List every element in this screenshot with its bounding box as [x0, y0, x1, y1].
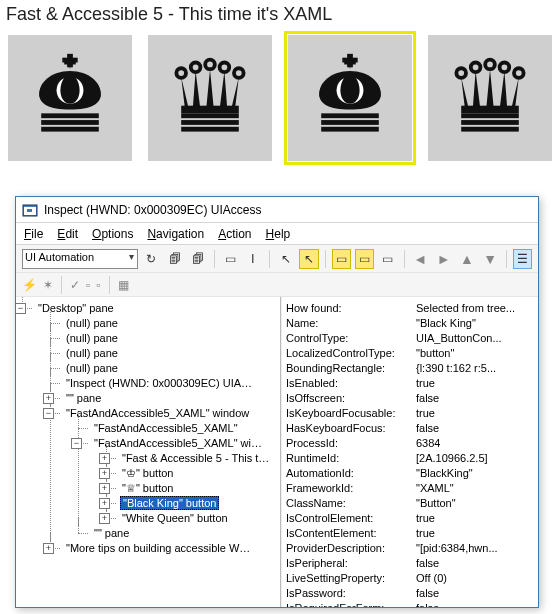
property-row[interactable]: RuntimeId:[2A.10966.2.5] — [286, 451, 534, 466]
svg-rect-16 — [27, 209, 32, 212]
white-king-button[interactable] — [8, 35, 132, 161]
property-row[interactable]: IsKeyboardFocusable:true — [286, 406, 534, 421]
property-row[interactable]: ClassName:"Button" — [286, 496, 534, 511]
tree-app-title-node[interactable]: "Fast & Accessible 5 - This t… — [120, 452, 271, 464]
tree-pane[interactable]: −"Desktop" pane (null) pane (null) pane … — [16, 297, 281, 607]
expand-icon[interactable]: + — [99, 498, 110, 509]
tree-more-tips[interactable]: "More tips on building accessible W… — [64, 542, 252, 554]
inspect-app-icon — [22, 202, 38, 218]
expand-icon[interactable]: + — [99, 468, 110, 479]
mode-combo[interactable]: UI Automation — [22, 249, 138, 269]
inspect-window: Inspect (HWND: 0x000309EC) UIAccess File… — [15, 196, 539, 608]
menu-action[interactable]: Action — [218, 227, 251, 241]
tree-app-window2[interactable]: "FastAndAccessible5_XAML" wi… — [92, 437, 264, 449]
black-queen-button[interactable] — [428, 35, 552, 161]
check-icon[interactable]: ✓ — [70, 278, 80, 292]
copy-icon[interactable]: 🗐 — [165, 249, 184, 269]
cursor-icon[interactable]: ↖ — [276, 249, 295, 269]
rect-icon[interactable]: ▭ — [221, 249, 240, 269]
expand-icon[interactable]: + — [99, 453, 110, 464]
property-key: IsOffscreen: — [286, 391, 416, 406]
expand-icon[interactable]: + — [99, 513, 110, 524]
nav-right-icon[interactable]: ► — [434, 249, 453, 269]
tree-white-queen-node[interactable]: "White Queen" button — [120, 512, 230, 524]
properties-pane[interactable]: How found:Selected from tree...Name:"Bla… — [281, 297, 538, 607]
toolbar-secondary: ⚡ ✶ ✓ ▫ ▫ ▦ — [16, 273, 538, 297]
cursor-watch-icon[interactable]: ↖ — [299, 249, 318, 269]
property-row[interactable]: IsPassword:false — [286, 586, 534, 601]
titlebar[interactable]: Inspect (HWND: 0x000309EC) UIAccess — [16, 197, 538, 223]
tree-desktop[interactable]: "Desktop" pane — [36, 302, 116, 314]
copy-tree-icon[interactable]: 🗐 — [188, 249, 207, 269]
titlebar-text: Inspect (HWND: 0x000309EC) UIAccess — [44, 203, 261, 217]
property-row[interactable]: HasKeyboardFocus:false — [286, 421, 534, 436]
property-row[interactable]: LiveSettingProperty:Off (0) — [286, 571, 534, 586]
nav-left-icon[interactable]: ◄ — [411, 249, 430, 269]
grid-icon[interactable]: ▦ — [118, 278, 129, 292]
tree-null-pane[interactable]: (null) pane — [64, 317, 120, 329]
property-row[interactable]: IsContentElement:true — [286, 526, 534, 541]
menu-edit[interactable]: Edit — [57, 227, 78, 241]
property-key: IsContentElement: — [286, 526, 416, 541]
box1-icon[interactable]: ▫ — [86, 278, 90, 292]
tree-white-king-btn[interactable]: "♔" button — [120, 467, 175, 479]
property-key: RuntimeId: — [286, 451, 416, 466]
flash-icon[interactable]: ⚡ — [22, 278, 37, 292]
tree-mode-icon[interactable]: ☰ — [513, 249, 532, 269]
property-row[interactable]: IsEnabled:true — [286, 376, 534, 391]
collapse-icon[interactable]: − — [71, 438, 82, 449]
property-row[interactable]: AutomationId:"BlackKing" — [286, 466, 534, 481]
text-cursor-icon[interactable]: Ⅰ — [244, 249, 263, 269]
tree-app-window[interactable]: "FastAndAccessible5_XAML" window — [64, 407, 251, 419]
property-key: IsPeripheral: — [286, 556, 416, 571]
collapse-icon[interactable]: − — [43, 408, 54, 419]
tree-null-pane[interactable]: (null) pane — [64, 347, 120, 359]
property-row[interactable]: Name:"Black King" — [286, 316, 534, 331]
tree-inspect-node[interactable]: "Inspect (HWND: 0x000309EC) UIA… — [64, 377, 254, 389]
property-key: Name: — [286, 316, 416, 331]
property-key: LocalizedControlType: — [286, 346, 416, 361]
black-king-button[interactable] — [288, 35, 412, 161]
menu-help[interactable]: Help — [266, 227, 291, 241]
property-row[interactable]: IsPeripheral:false — [286, 556, 534, 571]
toolbar-main: UI Automation ↻ 🗐 🗐 ▭ Ⅰ ↖ ↖ ▭ ▭ ▭ ◄ ► ▲ … — [16, 245, 538, 273]
property-row[interactable]: How found:Selected from tree... — [286, 301, 534, 316]
menu-options[interactable]: Options — [92, 227, 133, 241]
wand-icon[interactable]: ✶ — [43, 278, 53, 292]
tree-null-pane[interactable]: (null) pane — [64, 332, 120, 344]
tree-white-queen-btn[interactable]: "♕" button — [120, 482, 175, 494]
collapse-icon[interactable]: − — [16, 303, 26, 314]
property-row[interactable]: IsControlElement:true — [286, 511, 534, 526]
property-value: false — [416, 586, 534, 601]
tree-blank-pane[interactable]: "" pane — [64, 392, 103, 404]
box2-icon[interactable]: ▫ — [96, 278, 100, 292]
expand-icon[interactable]: + — [43, 543, 54, 554]
nav-down-icon[interactable]: ▼ — [481, 249, 500, 269]
property-row[interactable]: BoundingRectangle:{l:390 t:162 r:5... — [286, 361, 534, 376]
highlight-flash-icon[interactable]: ▭ — [355, 249, 374, 269]
expand-icon[interactable]: + — [99, 483, 110, 494]
tree-black-king-btn[interactable]: "Black King" button — [120, 496, 219, 510]
property-row[interactable]: ProcessId:6384 — [286, 436, 534, 451]
highlight-off-icon[interactable]: ▭ — [378, 249, 397, 269]
property-key: IsRequiredForForm: — [286, 601, 416, 607]
menu-file[interactable]: File — [24, 227, 43, 241]
tree-blank-pane[interactable]: "" pane — [92, 527, 131, 539]
highlight-rect-icon[interactable]: ▭ — [332, 249, 351, 269]
expand-icon[interactable]: + — [43, 393, 54, 404]
property-row[interactable]: ControlType:UIA_ButtonCon... — [286, 331, 534, 346]
menu-navigation[interactable]: Navigation — [147, 227, 204, 241]
property-row[interactable]: FrameworkId:"XAML" — [286, 481, 534, 496]
king-icon — [22, 50, 118, 146]
property-key: IsPassword: — [286, 586, 416, 601]
property-row[interactable]: IsRequiredForForm:false — [286, 601, 534, 607]
property-row[interactable]: IsOffscreen:false — [286, 391, 534, 406]
nav-up-icon[interactable]: ▲ — [457, 249, 476, 269]
tree-app-text[interactable]: "FastAndAccessible5_XAML" — [92, 422, 240, 434]
refresh-icon[interactable]: ↻ — [142, 249, 161, 269]
property-row[interactable]: ProviderDescription:"[pid:6384,hwn... — [286, 541, 534, 556]
tree-null-pane[interactable]: (null) pane — [64, 362, 120, 374]
white-queen-button[interactable] — [148, 35, 272, 161]
property-value: true — [416, 511, 534, 526]
property-row[interactable]: LocalizedControlType:"button" — [286, 346, 534, 361]
